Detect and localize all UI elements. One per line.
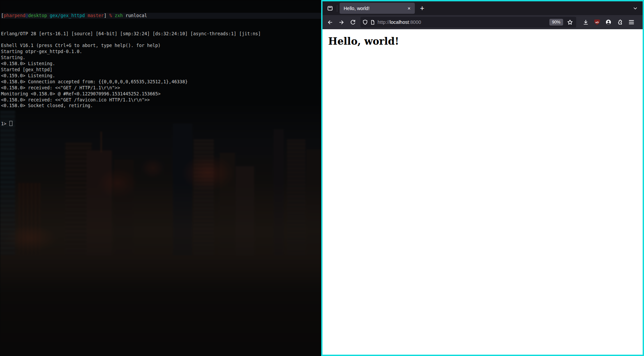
page-content: Hello, world! — [323, 29, 643, 355]
firefox-window: Hello, world! × + — [321, 0, 644, 356]
page-info-icon[interactable] — [370, 20, 375, 25]
terminal-output-line: <0.159.0> Listening. — [1, 73, 321, 79]
shell-input-line[interactable]: 1> — [1, 121, 321, 127]
terminal-output: [pharpend@desktop gex/gex_httpd master] … — [1, 1, 321, 139]
navigation-toolbar: http://localhost:8000 90% uO — [323, 15, 643, 29]
tab-title: Hello, world! — [344, 6, 405, 11]
firefox-view-button[interactable] — [325, 3, 335, 14]
prompt-command: zxh — [115, 13, 123, 18]
page-heading: Hello, world! — [323, 36, 643, 47]
prompt-git-branch: master — [88, 13, 104, 18]
tab-hello-world[interactable]: Hello, world! × — [340, 3, 415, 14]
bookmark-button[interactable] — [565, 18, 574, 27]
zoom-level-badge[interactable]: 90% — [549, 19, 563, 26]
list-all-tabs-button[interactable] — [630, 3, 641, 14]
back-button[interactable] — [325, 17, 335, 28]
tab-separator — [337, 5, 337, 12]
tab-close-button[interactable]: × — [405, 5, 413, 12]
menu-button[interactable] — [626, 17, 637, 28]
url-scheme: http:// — [378, 19, 390, 25]
account-button[interactable] — [603, 17, 614, 28]
shell-prompt-line: [pharpend@desktop gex/gex_httpd master] … — [1, 13, 321, 19]
account-icon — [605, 19, 611, 25]
terminal-output-line: <0.158.0> Connection accepted from: {{0,… — [1, 79, 321, 85]
new-tab-button[interactable]: + — [417, 3, 428, 14]
terminal-output-line: Starting otpr-gex_httpd-0.1.0. — [1, 49, 321, 55]
prompt-user: pharpend — [4, 13, 26, 18]
reload-button[interactable] — [347, 17, 358, 28]
prompt-host: desktop — [28, 13, 47, 18]
back-arrow-icon — [327, 19, 333, 25]
downloads-button[interactable] — [580, 17, 591, 28]
firefox-view-icon — [327, 5, 333, 11]
puzzle-piece-icon — [617, 19, 623, 25]
url-bar[interactable]: http://localhost:8000 90% — [360, 17, 576, 28]
star-icon — [567, 19, 573, 25]
eshell-prompt: 1> — [1, 121, 6, 126]
chevron-down-icon — [633, 6, 638, 11]
url-input[interactable]: http://localhost:8000 — [378, 19, 421, 25]
reload-icon — [350, 19, 356, 25]
terminal-cursor — [9, 121, 12, 126]
terminal-window[interactable]: [pharpend@desktop gex/gex_httpd master] … — [0, 0, 321, 356]
terminal-output-line: <0.158.0> Listening. — [1, 61, 321, 67]
terminal-output-line: Erlang/OTP 28 [erts-16.1] [source] [64-b… — [1, 31, 321, 37]
extensions-button[interactable] — [614, 17, 625, 28]
terminal-output-line: Starting. — [1, 55, 321, 61]
ublock-origin-button[interactable]: uO — [592, 17, 602, 28]
forward-arrow-icon — [339, 19, 344, 25]
tab-bar: Hello, world! × + — [323, 1, 643, 15]
terminal-output-line: <0.158.0> received: <<"GET / HTTP/1.1\r\… — [1, 85, 321, 91]
terminal-output-line: Eshell V16.1 (press Ctrl+G to abort, typ… — [1, 43, 321, 49]
url-port: :8000 — [409, 19, 421, 25]
terminal-output-line: <0.158.0> Socket closed, retiring. — [1, 103, 321, 109]
url-host: localhost — [390, 19, 409, 25]
terminal-output-line: <0.158.0> received: <<"GET /favicon.ico … — [1, 97, 321, 103]
prompt-cwd: gex/gex_httpd — [50, 13, 85, 18]
tracking-protection-shield-icon[interactable] — [362, 19, 368, 25]
terminal-output-line: Monitoring <0.158.0> @ #Ref<0.1229070996… — [1, 91, 321, 97]
download-icon — [583, 19, 589, 25]
terminal-output-line: Started [gex_httpd] — [1, 67, 321, 73]
forward-button[interactable] — [336, 17, 347, 28]
terminal-output-line — [1, 37, 321, 43]
ublock-origin-icon: uO — [594, 19, 600, 25]
hamburger-menu-icon — [629, 20, 634, 24]
